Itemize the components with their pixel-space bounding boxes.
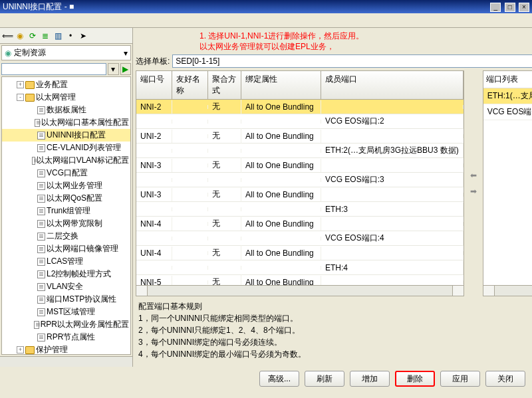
tree-node-以太网业务管理[interactable]: 以太网业务管理 (2, 179, 130, 192)
cell-port (136, 207, 172, 211)
tree-label: VCG口配置 (47, 167, 88, 179)
cylinder-icon[interactable]: ◉ (15, 31, 25, 41)
port-list-item[interactable]: VCG EOS端口:1(… (483, 104, 532, 120)
tree-node-RPR以太网业务属性配置[interactable]: RPR以太网业务属性配置 (2, 318, 130, 331)
tree-node-MST区域管理[interactable]: MST区域管理 (2, 306, 130, 318)
document-icon (37, 245, 45, 253)
folder-icon (25, 81, 35, 89)
refresh-icon[interactable]: ⟳ (27, 31, 38, 41)
add-button[interactable]: 增加 (350, 371, 390, 387)
advanced-button[interactable]: 高级... (259, 371, 299, 387)
table-row[interactable]: VCG EOS端口:3 (136, 173, 464, 187)
apply-button[interactable]: 应用 (440, 371, 480, 387)
table-row[interactable]: NNI-3无All to One Bundling (136, 158, 464, 173)
col-aggregation[interactable]: 聚合方式 (208, 71, 241, 99)
cell-bind: All to One Bundling (241, 159, 321, 172)
tree-node-LCAS管理[interactable]: LCAS管理 (2, 255, 130, 268)
cell-agg: 无 (208, 128, 241, 144)
port-list-item[interactable]: ETH:1(…支局机房 (483, 88, 532, 104)
tree-node-CE-VLANID列表管理[interactable]: CE-VLANID列表管理 (2, 142, 130, 154)
expand-icon[interactable]: + (17, 346, 24, 353)
cell-agg (208, 207, 241, 211)
col-bind-attr[interactable]: 绑定属性 (241, 71, 321, 99)
delete-button[interactable]: 删除 (395, 371, 435, 387)
tree-node-二层交换[interactable]: 二层交换 (2, 230, 130, 243)
tree-node-保护管理[interactable]: +保护管理 (2, 344, 130, 355)
tree-node-端口MSTP协议属性[interactable]: 端口MSTP协议属性 (2, 293, 130, 306)
tree-spacer (29, 195, 36, 202)
document-icon (37, 334, 45, 342)
col-member-port[interactable]: 成员端口 (321, 71, 464, 99)
tree-node-L2控制帧处理方式[interactable]: L2控制帧处理方式 (2, 268, 130, 280)
table-hscroll[interactable] (136, 285, 464, 296)
search-go-button[interactable]: ▶ (120, 63, 132, 75)
tree-node-以太网管理[interactable]: -以太网管理 (2, 91, 130, 104)
cell-member (321, 134, 464, 138)
document-icon (37, 233, 45, 241)
table-row[interactable]: UNI-2无All to One Bundling (136, 129, 464, 144)
tree-hscroll[interactable] (0, 356, 132, 367)
tree-node-以太网端口VLAN标记配置[interactable]: 以太网端口VLAN标记配置 (2, 154, 130, 167)
search-dropdown-button[interactable]: ▾ (108, 63, 119, 75)
select-board-input[interactable] (172, 54, 532, 68)
tree-node-UNINNI接口配置[interactable]: UNINNI接口配置 (2, 129, 130, 142)
tree-label: 二层交换 (47, 231, 78, 242)
minimize-button[interactable]: _ (490, 3, 501, 12)
cell-bind (241, 207, 321, 211)
tree-label: 数据板属性 (47, 104, 86, 116)
table-row[interactable]: ETH:4 (136, 260, 464, 275)
table-row[interactable]: ETH:2(…支局机房3G拉远BBU3 数据) (136, 144, 464, 158)
expand-icon[interactable]: + (17, 81, 24, 88)
portlist-hscroll[interactable] (483, 285, 532, 296)
table-row[interactable]: UNI-3无All to One Bundling (136, 187, 464, 202)
table-row[interactable]: NNI-5无All to One Bundling (136, 275, 464, 285)
col-port[interactable]: 端口号 (136, 71, 172, 99)
search-input[interactable] (1, 63, 106, 75)
table-row[interactable]: UNI-4无All to One Bundling (136, 246, 464, 260)
arrow-right-icon[interactable]: ➡ (467, 187, 480, 196)
window-titlebar: UNINNI接口配置 - ■ _ □ × (0, 0, 532, 13)
table-row[interactable]: NNI-4无All to One Bundling (136, 217, 464, 231)
tree-node-VCG口配置[interactable]: VCG口配置 (2, 167, 130, 179)
document-icon (37, 144, 45, 152)
port-list-body[interactable]: ETH:1(…支局机房VCG EOS端口:1(… (483, 88, 532, 120)
tree-label: VLAN安全 (47, 281, 83, 292)
table-row[interactable]: VCG EOS端口:2 (136, 114, 464, 129)
arrow-icon[interactable]: ➤ (78, 31, 88, 41)
col-friendly-name[interactable]: 友好名称 (172, 71, 208, 99)
close-button-bottom[interactable]: 关闭 (485, 371, 525, 387)
tree-label: MST区域管理 (47, 306, 95, 318)
document-icon (37, 195, 45, 203)
tree-node-RPR节点属性[interactable]: RPR节点属性 (2, 331, 130, 344)
table-body[interactable]: NNI-2无All to One BundlingVCG EOS端口:2UNI-… (136, 100, 464, 285)
cell-agg (208, 266, 241, 270)
tree-node-以太网端口基本属性配置[interactable]: 以太网端口基本属性配置 (2, 116, 130, 129)
chevron-down-icon[interactable]: ▾ (124, 49, 128, 58)
list-icon[interactable]: ≣ (40, 31, 51, 41)
cell-bind: All to One Bundling (241, 130, 321, 143)
tree-node-VLAN安全[interactable]: VLAN安全 (2, 280, 130, 293)
device-icon[interactable]: ▥ (53, 31, 63, 41)
maximize-button[interactable]: □ (505, 3, 515, 12)
dot-icon[interactable]: • (65, 31, 76, 41)
table-row[interactable]: VCG EOS端口:4 (136, 231, 464, 246)
arrow-left-icon[interactable]: ⬅ (467, 171, 480, 180)
button-row: 高级... 刷新 增加 删除 应用 关闭 (0, 367, 532, 391)
close-button[interactable]: × (519, 3, 529, 12)
refresh-button[interactable]: 刷新 (305, 371, 344, 387)
tree-node-以太网带宽限制[interactable]: 以太网带宽限制 (2, 217, 130, 230)
nav-tree[interactable]: +业务配置-以太网管理数据板属性以太网端口基本属性配置UNINNI接口配置CE-… (1, 76, 131, 355)
tree-node-数据板属性[interactable]: 数据板属性 (2, 104, 130, 116)
table-row[interactable]: NNI-2无All to One Bundling (136, 100, 464, 114)
tree-node-业务配置[interactable]: +业务配置 (2, 78, 130, 91)
tree-node-以太网端口镜像管理[interactable]: 以太网端口镜像管理 (2, 243, 130, 255)
rule-1: 1，同一个UNINNI只能绑定相同类型的端口。 (138, 312, 532, 324)
tree-label: UNINNI接口配置 (47, 130, 106, 141)
resource-header[interactable]: ◉ 定制资源 ▾ (1, 45, 131, 60)
table-row[interactable]: ETH:3 (136, 202, 464, 217)
tree-node-以太网QoS配置[interactable]: 以太网QoS配置 (2, 192, 130, 205)
collapse-icon[interactable]: - (17, 94, 24, 101)
back-icon[interactable]: ⟸ (2, 31, 13, 41)
tree-node-Trunk组管理[interactable]: Trunk组管理 (2, 205, 130, 217)
cell-port (136, 149, 172, 153)
